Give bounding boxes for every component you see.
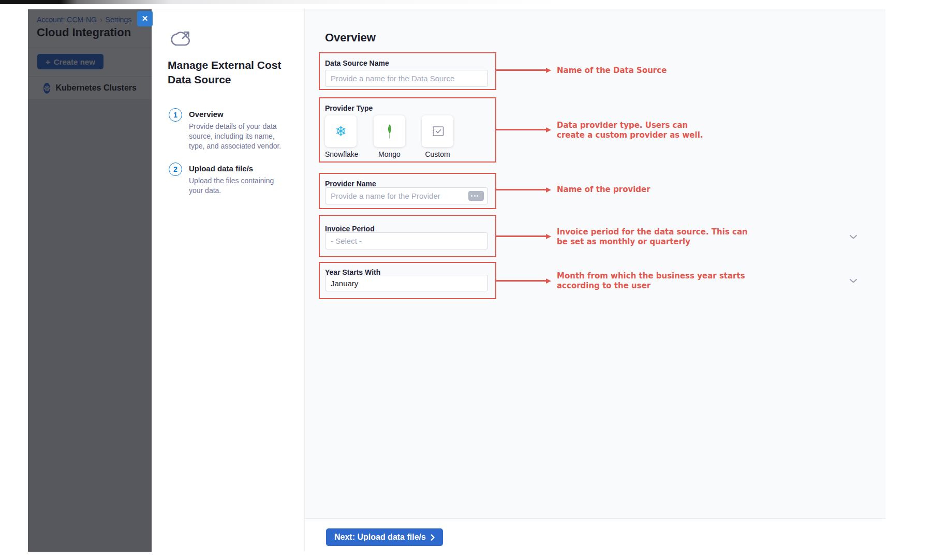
kubernetes-icon: ☸	[43, 83, 50, 94]
step-1-number: 1	[173, 111, 177, 119]
wizard-step-1-circle[interactable]: 1	[169, 108, 182, 122]
data-source-name-label: Data Source Name	[325, 59, 389, 67]
modal-close-button[interactable]: ✕	[137, 11, 153, 26]
year-starts-with-caret-icon[interactable]	[849, 278, 857, 284]
provider-label-mongo: Mongo	[374, 150, 405, 158]
create-new-label: Create new	[54, 57, 95, 66]
next-button-label: Next: Upload data file/s	[334, 533, 426, 542]
wizard-step-2-description: Upload the files containing your data.	[189, 176, 285, 196]
modal-footer: Next: Upload data file/s	[305, 518, 885, 552]
create-new-button[interactable]: + Create new	[37, 54, 103, 69]
manage-data-source-modal: Manage External Cost Data Source 1 Overv…	[152, 9, 885, 552]
invoice-period-select[interactable]: - Select -	[325, 232, 488, 249]
invoice-period-label: Invoice Period	[325, 225, 375, 233]
annotation-arrow-4	[496, 233, 551, 239]
provider-label-snowflake: Snowflake	[325, 150, 357, 158]
close-icon: ✕	[142, 14, 149, 23]
provider-label-custom: Custom	[422, 150, 453, 158]
chevron-right-icon	[431, 534, 435, 541]
annotation-text-data-source-name: Name of the Data Source	[557, 66, 667, 76]
custom-provider-icon	[431, 125, 445, 138]
data-source-name-input[interactable]	[325, 70, 488, 87]
annotation-arrow-5	[496, 278, 551, 284]
step-2-number: 2	[173, 165, 177, 173]
provider-type-label: Provider Type	[325, 104, 373, 112]
invoice-period-caret-icon[interactable]	[849, 234, 857, 240]
wizard-step-2-circle[interactable]: 2	[169, 163, 182, 176]
snowflake-icon: ❄	[335, 124, 347, 138]
provider-card-mongo[interactable]	[374, 115, 405, 147]
browser-window-edge	[0, 0, 600, 4]
overview-heading: Overview	[325, 31, 376, 45]
screen: Account: CCM-NG›Settings Cloud Integrati…	[0, 0, 947, 560]
year-starts-with-value: January	[331, 279, 358, 288]
annotation-text-year-starts-with: Month from which the business year start…	[557, 271, 745, 291]
annotation-text-provider-name: Name of the provider	[557, 185, 650, 195]
annotation-text-provider-type: Data provider type. Users can create a c…	[557, 121, 703, 140]
invoice-period-value: - Select -	[331, 237, 362, 245]
breadcrumb-separator-icon: ›	[100, 16, 102, 24]
annotation-text-invoice-period: Invoice period for the data source. This…	[557, 227, 748, 247]
annotation-arrow-2	[496, 127, 551, 132]
wizard-sidebar: Manage External Cost Data Source 1 Overv…	[152, 9, 305, 552]
provider-name-input[interactable]	[325, 187, 488, 204]
wizard-title: Manage External Cost Data Source	[168, 58, 291, 87]
breadcrumb-account-link[interactable]: Account: CCM-NG	[37, 16, 97, 24]
wizard-step-2-label[interactable]: Upload data file/s	[189, 164, 253, 173]
page-title: Cloud Integration	[37, 26, 131, 39]
cloud-export-icon	[170, 29, 194, 49]
tab-kubernetes-clusters[interactable]: Kubernetes Clusters	[55, 83, 137, 93]
provider-card-snowflake[interactable]: ❄	[325, 115, 357, 147]
next-upload-data-button[interactable]: Next: Upload data file/s	[326, 528, 443, 546]
provider-name-label: Provider Name	[325, 180, 376, 188]
plus-icon: +	[46, 57, 50, 66]
breadcrumb: Account: CCM-NG›Settings	[37, 16, 131, 24]
year-starts-with-select[interactable]: January	[325, 275, 488, 291]
annotation-arrow-3	[496, 187, 551, 193]
annotation-arrow-1	[496, 67, 551, 73]
wizard-step-1-description: Provide details of your data source, inc…	[189, 122, 290, 151]
overview-step-content: Overview Data Source Name Provider Type …	[305, 9, 885, 552]
expression-toggle-button[interactable]	[468, 191, 484, 201]
provider-card-custom[interactable]	[422, 115, 453, 147]
mongo-leaf-icon	[383, 124, 396, 139]
breadcrumb-settings-link[interactable]: Settings	[106, 16, 132, 24]
wizard-step-1-label[interactable]: Overview	[189, 110, 224, 119]
